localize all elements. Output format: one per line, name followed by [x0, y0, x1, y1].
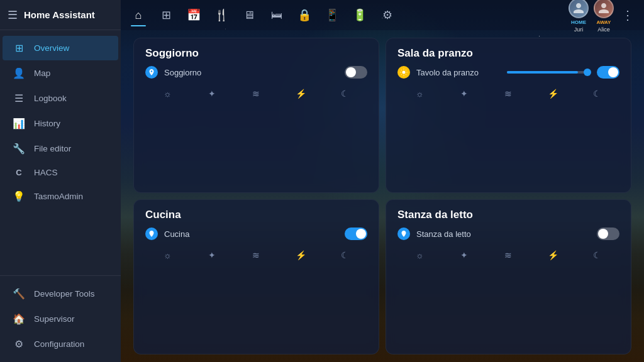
- sidebar-item-hacs[interactable]: C HACS: [3, 162, 118, 184]
- ctrl-effect-soggiorno[interactable]: ⚡: [279, 86, 323, 101]
- slider-track-sala-pranzo[interactable]: [507, 71, 591, 74]
- app-title: Home Assistant: [24, 9, 95, 20]
- ctrl-color-temp-sala-pranzo[interactable]: ✦: [442, 86, 487, 101]
- sidebar-item-developer-tools[interactable]: 🔨 Developer Tools: [3, 282, 118, 306]
- ctrl-night-stanza-letto[interactable]: ☾: [575, 248, 619, 263]
- room-title-cucina: Cucina: [145, 209, 367, 221]
- ctrl-scene-stanza-letto[interactable]: ≋: [486, 248, 531, 263]
- toggle-thumb-stanza-letto: [598, 229, 608, 239]
- toggle-stanza-letto[interactable]: [597, 228, 619, 240]
- device-icon-sala-pranzo: [397, 66, 410, 79]
- slider-fill-sala-pranzo: [507, 71, 578, 74]
- tab-phone[interactable]: 📱: [319, 3, 345, 28]
- tab-tv[interactable]: 🖥: [236, 3, 262, 28]
- sidebar-item-map[interactable]: 👤 Map: [3, 61, 118, 85]
- light-controls-stanza-letto: ☼ ✦ ≋ ⚡ ☾: [397, 248, 619, 263]
- slider-thumb-sala-pranzo: [584, 69, 591, 76]
- tab-settings[interactable]: ⚙: [375, 3, 400, 28]
- sidebar-label-hacs: HACS: [34, 168, 58, 177]
- tab-home[interactable]: ⌂: [126, 3, 151, 28]
- ctrl-brightness-soggiorno[interactable]: ☼: [145, 86, 190, 101]
- sidebar-item-file-editor[interactable]: 🔧 File editor: [3, 136, 118, 161]
- room-card-stanza-letto: Stanza da letto Stanza da letto ☼ ✦: [386, 199, 631, 354]
- file-editor-icon: 🔧: [13, 143, 25, 155]
- topbar-tabs: ⌂ ⊞ 📅 🍴 🖥 🛏 🔒 📱 🔋 ⚙: [126, 3, 569, 28]
- ctrl-scene-sala-pranzo[interactable]: ≋: [486, 86, 531, 101]
- room-device-stanza-letto: Stanza da letto: [397, 228, 619, 240]
- avatar-juri: [569, 0, 589, 18]
- tab-rooms[interactable]: ⊞: [153, 3, 179, 28]
- sidebar-item-configuration[interactable]: ⚙ Configuration: [3, 332, 118, 356]
- room-title-soggiorno: Soggiorno: [145, 47, 367, 60]
- toggle-cucina[interactable]: [345, 228, 367, 240]
- ctrl-effect-stanza-letto[interactable]: ⚡: [531, 248, 575, 263]
- more-button[interactable]: ⋮: [619, 8, 636, 23]
- overview-icon: ⊞: [13, 42, 25, 54]
- user-alice-name: Alice: [597, 26, 610, 33]
- avatar-alice: [594, 0, 614, 18]
- logbook-icon: ☰: [13, 92, 25, 104]
- light-controls-soggiorno: ☼ ✦ ≋ ⚡ ☾: [145, 86, 367, 101]
- ctrl-brightness-cucina[interactable]: ☼: [145, 248, 190, 263]
- map-icon: 👤: [13, 67, 25, 79]
- sidebar-item-logbook[interactable]: ☰ Logbook: [3, 86, 118, 111]
- sidebar-label-logbook: Logbook: [34, 94, 67, 103]
- ctrl-effect-cucina[interactable]: ⚡: [279, 248, 323, 263]
- tab-calendar[interactable]: 📅: [181, 3, 206, 28]
- ctrl-brightness-stanza-letto[interactable]: ☼: [397, 248, 442, 263]
- sidebar-item-supervisor[interactable]: 🏠 Supervisor: [3, 307, 118, 331]
- ctrl-color-temp-stanza-letto[interactable]: ✦: [442, 248, 487, 263]
- toggle-soggiorno[interactable]: [345, 66, 367, 79]
- sidebar-item-tasmoadmin[interactable]: 💡 TasmoAdmin: [3, 184, 118, 209]
- ctrl-effect-sala-pranzo[interactable]: ⚡: [531, 86, 575, 101]
- tab-lock[interactable]: 🔒: [292, 3, 317, 28]
- sidebar-bottom: 🔨 Developer Tools 🏠 Supervisor ⚙ Configu…: [0, 275, 121, 362]
- toggle-sala-pranzo[interactable]: [597, 66, 619, 79]
- tab-battery[interactable]: 🔋: [347, 3, 372, 28]
- rooms-grid: Soggiorno Soggiorno ☼ ✦ ≋: [133, 38, 631, 354]
- menu-icon[interactable]: ☰: [8, 8, 18, 22]
- content-area: Soggiorno Soggiorno ☼ ✦ ≋: [121, 30, 644, 362]
- sidebar-label-overview: Overview: [34, 43, 69, 53]
- room-device-soggiorno: Soggiorno: [145, 66, 367, 79]
- toggle-thumb-soggiorno: [346, 67, 356, 77]
- supervisor-icon: 🏠: [13, 313, 25, 325]
- device-name-stanza-letto: Stanza da letto: [416, 229, 591, 239]
- ctrl-night-soggiorno[interactable]: ☾: [323, 86, 367, 101]
- room-title-sala-pranzo: Sala da pranzo: [397, 47, 619, 60]
- tab-kitchen[interactable]: 🍴: [209, 3, 234, 28]
- user-alice-status: AWAY: [597, 19, 611, 25]
- user-juri-status: HOME: [571, 19, 586, 25]
- sidebar-label-history: History: [34, 119, 60, 128]
- room-card-cucina: Cucina Cucina ☼ ✦ ≋ ⚡: [133, 199, 379, 354]
- device-icon-stanza-letto: [397, 228, 410, 240]
- sidebar-label-configuration: Configuration: [34, 339, 84, 349]
- configuration-icon: ⚙: [13, 338, 25, 350]
- toggle-thumb-cucina: [356, 229, 366, 239]
- topbar: ⌂ ⊞ 📅 🍴 🖥 🛏 🔒 📱 🔋 ⚙ HOME Juri: [121, 0, 644, 30]
- tasmoadmin-icon: 💡: [13, 190, 25, 202]
- sidebar-item-overview[interactable]: ⊞ Overview: [3, 36, 118, 60]
- room-card-sala-pranzo: Sala da pranzo Tavolo da pranzo: [386, 38, 631, 193]
- main-area: ⌂ ⊞ 📅 🍴 🖥 🛏 🔒 📱 🔋 ⚙ HOME Juri: [121, 0, 644, 362]
- room-title-stanza-letto: Stanza da letto: [397, 209, 619, 221]
- device-name-soggiorno: Soggiorno: [164, 68, 338, 77]
- hacs-icon: C: [13, 168, 25, 177]
- history-icon: 📊: [13, 118, 25, 129]
- ctrl-color-temp-soggiorno[interactable]: ✦: [190, 86, 235, 101]
- ctrl-scene-soggiorno[interactable]: ≋: [234, 86, 279, 101]
- ctrl-scene-cucina[interactable]: ≋: [234, 248, 279, 263]
- user-alice[interactable]: AWAY Alice: [594, 0, 614, 33]
- sidebar-label-supervisor: Supervisor: [34, 314, 75, 324]
- device-name-sala-pranzo: Tavolo da pranzo: [416, 68, 501, 77]
- tab-bed[interactable]: 🛏: [264, 3, 289, 28]
- ctrl-night-cucina[interactable]: ☾: [323, 248, 367, 263]
- ctrl-brightness-sala-pranzo[interactable]: ☼: [397, 86, 442, 101]
- ctrl-color-temp-cucina[interactable]: ✦: [190, 248, 235, 263]
- device-icon-soggiorno: [145, 66, 158, 79]
- user-juri[interactable]: HOME Juri: [569, 0, 589, 33]
- topbar-right: HOME Juri AWAY Alice ⋮: [569, 0, 636, 33]
- user-juri-name: Juri: [574, 26, 584, 33]
- sidebar-item-history[interactable]: 📊 History: [3, 111, 118, 136]
- ctrl-night-sala-pranzo[interactable]: ☾: [575, 86, 619, 101]
